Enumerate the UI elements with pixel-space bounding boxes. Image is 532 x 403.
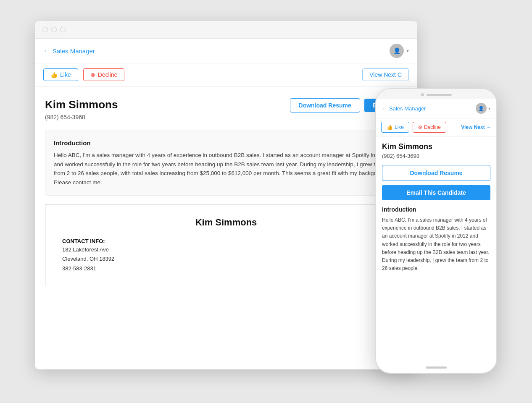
candidate-name: Kim Simmons bbox=[45, 98, 118, 111]
mobile-phone: ← Sales Manager 👤 ▾ 👍 Like ⊗ Decline bbox=[375, 88, 497, 374]
phone-intro-title: Introduction bbox=[382, 206, 490, 213]
phone-back-label: Sales Manager bbox=[389, 105, 426, 112]
phone-home-indicator bbox=[426, 366, 447, 369]
candidate-info: Kim Simmons (982) 654-3968 bbox=[45, 98, 118, 120]
decline-button[interactable]: ⊗ Decline bbox=[83, 68, 125, 81]
back-label: Sales Manager bbox=[53, 47, 95, 55]
phone-body: Kim Simmons (982) 654-3698 Download Resu… bbox=[376, 136, 496, 278]
phone-candidate-phone: (982) 654-3698 bbox=[382, 153, 490, 159]
phone-download-resume-button[interactable]: Download Resume bbox=[382, 165, 490, 181]
resume-address2: Cleveland, OH 18392 bbox=[62, 256, 114, 262]
phone-status-bar bbox=[427, 94, 452, 96]
phone-decline-icon: ⊗ bbox=[418, 124, 422, 130]
phone-content: ← Sales Manager 👤 ▾ 👍 Like ⊗ Decline bbox=[376, 99, 496, 367]
browser-navbar: ← Sales Manager 👤 ▾ bbox=[35, 39, 417, 63]
scene: ← Sales Manager 👤 ▾ 👍 Like ⊗ Decline Vie… bbox=[35, 21, 497, 382]
phone-status-dot bbox=[421, 93, 424, 96]
intro-title: Introduction bbox=[54, 139, 398, 147]
decline-label: Decline bbox=[98, 71, 118, 78]
phone-nav-right: 👤 ▾ bbox=[476, 103, 490, 114]
avatar[interactable]: 👤 bbox=[390, 44, 404, 58]
phone-candidate-name: Kim Simmons bbox=[382, 142, 490, 151]
resume-name: Kim Simmons bbox=[62, 217, 390, 228]
decline-icon: ⊗ bbox=[90, 71, 95, 78]
chevron-down-icon: ▾ bbox=[406, 48, 409, 54]
resume-address1: 182 Lakeforest Ave bbox=[62, 246, 109, 253]
phone-back-link[interactable]: ← Sales Manager bbox=[382, 105, 426, 112]
view-next-button[interactable]: View Next C bbox=[362, 68, 409, 81]
phone-like-label: Like bbox=[395, 124, 404, 130]
download-resume-button[interactable]: Download Resume bbox=[290, 98, 360, 113]
resume-preview: Kim Simmons CONTACT INFO: 182 Lakeforest… bbox=[45, 204, 407, 286]
phone-view-next-button[interactable]: View Next → bbox=[461, 124, 491, 130]
resume-address: 182 Lakeforest Ave Cleveland, OH 18392 3… bbox=[62, 245, 390, 273]
resume-phone: 382-583-2831 bbox=[62, 265, 96, 272]
like-button[interactable]: 👍 Like bbox=[43, 68, 78, 81]
phone-navbar: ← Sales Manager 👤 ▾ bbox=[376, 99, 496, 118]
phone-toolbar: 👍 Like ⊗ Decline View Next → bbox=[376, 118, 496, 136]
view-next-label: View Next C bbox=[369, 71, 402, 78]
candidate-header: Kim Simmons (982) 654-3968 Download Resu… bbox=[45, 98, 407, 120]
phone-statusbar bbox=[376, 89, 496, 99]
browser-toolbar: 👍 Like ⊗ Decline View Next C bbox=[35, 63, 417, 86]
phone-email-candidate-button[interactable]: Email This Candidate bbox=[382, 185, 490, 200]
like-icon: 👍 bbox=[50, 71, 58, 78]
phone-intro-text: Hello ABC, I'm a sales manager with 4 ye… bbox=[382, 216, 490, 272]
nav-right: 👤 ▾ bbox=[390, 44, 409, 58]
back-arrow-icon: ← bbox=[43, 47, 50, 55]
phone-decline-label: Decline bbox=[424, 124, 441, 130]
avatar-icon: 👤 bbox=[393, 47, 400, 54]
phone-decline-button[interactable]: ⊗ Decline bbox=[413, 122, 446, 133]
like-label: Like bbox=[60, 71, 71, 78]
browser-window: ← Sales Manager 👤 ▾ 👍 Like ⊗ Decline Vie… bbox=[35, 21, 417, 369]
browser-dot-2 bbox=[51, 27, 57, 32]
phone-view-next-label: View Next → bbox=[461, 124, 491, 130]
phone-chevron-icon: ▾ bbox=[488, 106, 490, 111]
resume-contact-label: CONTACT INFO: bbox=[62, 238, 390, 244]
phone-avatar[interactable]: 👤 bbox=[476, 103, 487, 114]
candidate-phone: (982) 654-3968 bbox=[45, 114, 118, 120]
back-link[interactable]: ← Sales Manager bbox=[43, 47, 95, 55]
phone-like-icon: 👍 bbox=[387, 124, 393, 130]
browser-dot-3 bbox=[60, 27, 66, 32]
browser-content: Kim Simmons (982) 654-3968 Download Resu… bbox=[35, 86, 417, 298]
intro-section: Introduction Hello ABC, I'm a sales mana… bbox=[45, 131, 407, 196]
browser-titlebar bbox=[35, 21, 417, 39]
phone-back-arrow-icon: ← bbox=[382, 105, 387, 112]
browser-dot-1 bbox=[42, 27, 48, 32]
intro-text: Hello ABC, I'm a sales manager with 4 ye… bbox=[54, 151, 398, 187]
phone-like-button[interactable]: 👍 Like bbox=[381, 122, 409, 133]
